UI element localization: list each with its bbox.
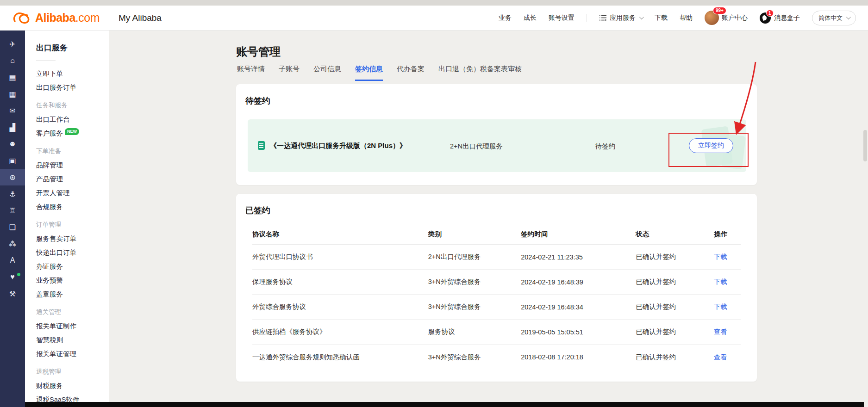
tab[interactable]: 账号详情 [237,65,265,81]
chat-icon[interactable]: ✉ [0,102,25,119]
agreements-table: 协议名称类别签约时间状态操作 外贸代理出口协议书 2+N出口代理服务 2024-… [252,224,741,370]
sidebar-item[interactable]: 业务预警 [25,273,109,287]
app-title[interactable]: My Alibaba [119,13,162,23]
sidebar-item[interactable]: 快递出口订单 [25,246,109,259]
message-box-label: 消息盒子 [774,14,800,22]
translate-a-icon[interactable]: A [0,252,25,269]
tab[interactable]: 签约信息 [355,65,383,81]
cell-sign-time: 2018-02-08 17:20:18 [521,353,636,361]
sidebar: 出口服务 立即下单 出口服务订单 任务和服务 出口工作台 客户服务NEW 下单准… [25,31,109,407]
sidebar-item[interactable]: 品牌管理 [25,158,109,172]
download-link[interactable]: 下载 [655,14,668,22]
message-box-link[interactable]: 1 消息盒子 [760,12,800,24]
sidebar-title: 出口服务 [36,43,109,53]
globe-icon[interactable]: ⊛ [0,169,25,185]
sidebar-item: 通关管理 [25,305,109,319]
bottom-bar [25,402,864,407]
language-label: 简体中文 [818,14,843,22]
cell-status: 已确认并签约 [636,327,714,336]
sidebar-item[interactable]: 服务售卖订单 [25,232,109,246]
customers-icon[interactable]: ☻ [0,136,25,152]
sidebar-item[interactable]: 开票人管理 [25,186,109,200]
apps-grid-icon[interactable]: ▦ [0,86,25,102]
cell-agreement-name: 一达通外贸综合服务规则知悉确认函 [252,353,428,362]
chevron-down-icon [846,15,851,19]
sidebar-item-label: 通关管理 [36,308,61,315]
row-action-link[interactable]: 查看 [714,353,727,361]
agreement-title: 《一达通代理出口服务升级版（2N Plus）》 [270,142,406,150]
sidebar-item-label: 客户服务 [36,130,63,137]
main-area: 账号管理 账号详情子账号公司信息签约信息代办备案出口退（免）税备案表审核 待签约… [109,31,868,407]
alibaba-logo-mark-icon [12,11,32,25]
tab[interactable]: 子账号 [279,65,300,81]
sidebar-item[interactable]: 出口工作台 [25,112,109,126]
top-nav-link[interactable]: 成长 [524,14,537,22]
alibaba-logo[interactable]: Alibaba.com [12,11,100,25]
sidebar-item[interactable]: 报关单证管理 [25,347,109,361]
sidebar-item-label: 订单管理 [36,221,61,228]
tab[interactable]: 公司信息 [313,65,341,81]
notification-badge: 99+ [713,7,726,14]
cell-sign-time: 2019-05-05 15:05:51 [521,328,636,336]
row-action-link[interactable]: 下载 [714,278,727,285]
language-selector[interactable]: 简体中文 [812,11,856,25]
sidebar-item[interactable]: 智慧税则 [25,333,109,347]
briefcase-icon[interactable]: ⚒ [0,285,25,302]
cell-agreement-name: 外贸代理出口协议书 [252,253,428,261]
tabs: 账号详情子账号公司信息签约信息代办备案出口退（免）税备案表审核 [237,65,522,81]
app-services-menu[interactable]: 应用服务 [599,14,643,22]
new-badge: NEW [65,128,79,135]
nav-divider [587,14,587,22]
sidebar-item-label: 开票人管理 [36,189,70,197]
cell-status: 已确认并签约 [636,253,714,261]
top-nav-link[interactable]: 业务 [499,14,512,22]
row-action-link[interactable]: 查看 [714,328,727,335]
account-center-link[interactable]: 99+ 账户中心 [705,11,748,25]
table-row: 外贸综合服务协议 3+N外贸综合服务 2024-02-19 16:48:34 已… [252,295,741,320]
top-nav: 业务成长账号设置 [499,14,575,22]
header-cell: 操作 [714,230,741,239]
orders-clipboard-icon[interactable]: ▣ [0,152,25,169]
agreement-status: 待签约 [595,142,616,151]
storefront-icon[interactable]: ▤ [0,69,25,86]
send-icon[interactable]: ✈ [0,36,25,52]
sidebar-item[interactable]: 办证服务 [25,259,109,273]
help-link[interactable]: 帮助 [680,14,693,22]
tab[interactable]: 出口退（免）税备案表审核 [438,65,522,81]
sidebar-item[interactable]: 客户服务NEW [25,126,109,140]
header-cell: 协议名称 [252,230,428,239]
sidebar-item: 退税管理 [25,365,109,379]
sidebar-item[interactable]: 财税服务 [25,379,109,393]
sidebar-item[interactable]: 出口服务订单 [25,80,109,94]
cell-type: 3+N外贸综合服务 [428,353,521,362]
sidebar-item-label: 报关单证管理 [36,350,76,358]
sidebar-item-label: 出口服务订单 [36,84,76,91]
bar-chart-icon[interactable]: ▟ [0,119,25,136]
table-row: 外贸代理出口协议书 2+N出口代理服务 2024-02-21 11:23:35 … [252,245,741,270]
sidebar-item[interactable]: 合规服务 [25,200,109,214]
row-action-link[interactable]: 下载 [714,303,727,310]
documents-icon[interactable]: ❏ [0,219,25,235]
tab[interactable]: 代办备案 [397,65,425,81]
sidebar-item[interactable]: 产品管理 [25,172,109,186]
sidebar-item-label: 下单准备 [36,148,61,154]
home-icon[interactable]: ⌂ [0,52,25,69]
cell-type: 2+N出口代理服务 [428,253,521,261]
sidebar-item-label: 报关单证制作 [36,322,76,330]
sidebar-item-label: 快递出口订单 [36,249,76,256]
ship-icon[interactable]: ⚓ [0,185,25,202]
logo-text: Alibaba.com [35,11,100,25]
top-nav-link[interactable]: 账号设置 [549,14,575,22]
signed-card: 已签约 协议名称类别签约时间状态操作 外贸代理出口协议书 2+N出口代理服务 2… [236,194,757,382]
table-row: 保理服务协议 3+N外贸综合服务 2024-02-19 16:48:39 已确认… [252,270,741,295]
list-plus-icon [599,14,607,21]
row-action-link[interactable]: 下载 [714,253,727,260]
window-scrollbar-thumb[interactable] [863,130,867,161]
sidebar-item[interactable]: 盖章服务 [25,287,109,301]
sidebar-item[interactable]: 报关单证制作 [25,319,109,333]
sidebar-item-label: 办证服务 [36,263,63,270]
share-nodes-icon[interactable]: ⁂ [0,235,25,252]
sidebar-item[interactable]: 立即下单 [25,67,109,80]
bank-icon[interactable]: ♖ [0,202,25,219]
favorites-heart-icon[interactable]: ♥ [0,269,25,285]
